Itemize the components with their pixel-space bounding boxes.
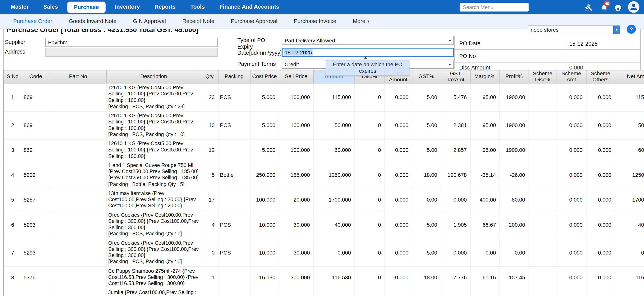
cell-margin-pct: -400.00 (470, 189, 500, 211)
tab-goods-inward-note[interactable]: Goods Inward Note (60, 14, 125, 29)
supplier-value: Pavithra (48, 39, 68, 46)
header-net-amt[interactable]: Net Amt (615, 70, 644, 83)
chevron-down-icon: ▾ (449, 38, 451, 43)
header-scheme-disc-pct[interactable]: Scheme Disc% (528, 70, 556, 83)
table-row[interactable]: 85376Cc Puppy Shampoo 275ml -274 {Prev C… (4, 267, 644, 288)
cell-net-amt: 1700.000 (615, 189, 644, 211)
table-row[interactable]: 65293Oreo Cookies {Prev Cost100.00,Prev … (4, 211, 644, 239)
header-margin-pct[interactable]: Margin% (470, 70, 500, 83)
cell-margin-pct: -35.14 (470, 161, 500, 189)
cell-gst-pct: 5.00 (412, 239, 441, 267)
cell-part-no (50, 111, 106, 139)
help-icon[interactable]: ? (627, 25, 636, 34)
cell-qty: 12 (201, 139, 218, 161)
gavel-icon[interactable] (584, 3, 593, 12)
cell-sell-price: 300.000 (279, 267, 314, 288)
topnav-item-tools[interactable]: Tools (183, 0, 212, 14)
search-menu-input[interactable] (459, 3, 529, 12)
cell-gst-taxamt: 5.476 (441, 83, 470, 111)
cell-packing: PCS (218, 83, 250, 111)
cell-profit-pct: 0.00 (500, 239, 528, 267)
cell-cost-price: 250.000 (250, 161, 279, 189)
header-sno[interactable]: S.No (4, 70, 22, 83)
header-qty[interactable]: Qty (201, 70, 218, 83)
header-gst-taxamt[interactable]: GST TaxAmt (441, 70, 470, 83)
header-packing[interactable]: Packing (218, 70, 250, 83)
topnav-item-purchase[interactable]: Purchase (67, 2, 106, 13)
cell-scheme-disc-pct (528, 239, 556, 267)
cell-packing (218, 189, 250, 211)
cell-sell-price: 30.000 (279, 211, 314, 239)
cell-sell-price: 100.000 (279, 83, 314, 111)
cell-code: 869 (22, 83, 50, 111)
store-selector[interactable]: neee stores ▼ (528, 26, 620, 34)
tab-purchase-approval[interactable]: Purchase Approval (222, 14, 286, 29)
cell-qty: 23 (201, 83, 218, 111)
table-row[interactable]: 95402Jumka {Prev Cost100.00,Prev Selling… (4, 288, 644, 296)
cell-part-no (50, 189, 106, 211)
header-cost-price[interactable]: Cost Price (250, 70, 279, 83)
cell-disc-pct: 0 (354, 111, 384, 139)
topnav-item-reports[interactable]: Reports (147, 0, 183, 14)
top-nav-bar: Master Sales Purchase Inventory Reports … (0, 0, 644, 14)
tab-more[interactable]: More ▾ (344, 14, 378, 29)
store-selector-value[interactable]: neee stores (528, 26, 613, 34)
cell-scheme-amt: 0.000 (556, 211, 586, 239)
header-scheme-others[interactable]: Scheme Others (586, 70, 615, 83)
table-row[interactable]: 75293Oreo Cookies {Prev Cost100.00,Prev … (4, 239, 644, 267)
table-row[interactable]: 5525713th may itemwise {Prev Cost100.00,… (4, 189, 644, 211)
table-row[interactable]: 286912610 1 KG {Prev Cost5.00,Prev Selli… (4, 111, 644, 139)
cell-scheme-amt: 0.000 (556, 161, 586, 189)
supplier-input[interactable]: Pavithra (45, 38, 218, 47)
header-description[interactable]: Description (106, 70, 201, 83)
tab-purchase-order[interactable]: Purchase Order (5, 14, 60, 29)
topnav-item-finance-and-accounts[interactable]: Finance And Accounts (212, 0, 286, 14)
topnav-item-inventory[interactable]: Inventory (108, 0, 147, 14)
cell-qty: 0 (201, 239, 218, 267)
header-sell-price[interactable]: Sell Price (279, 70, 314, 83)
tab-purchase-invoice[interactable]: Purchase Invoice (286, 14, 344, 29)
cell-code: 5402 (22, 288, 50, 296)
tab-receipt-note[interactable]: Receipt Note (174, 14, 222, 29)
cell-code: 5376 (22, 267, 50, 288)
address-input[interactable] (45, 48, 218, 57)
cell-amount: 116.530 (314, 267, 354, 288)
header-profit-pct[interactable]: Profit% (500, 70, 528, 83)
cell-gst-taxamt: 17.776 (441, 267, 470, 288)
table-row[interactable]: 186912610 1 KG {Prev Cost5.00,Prev Selli… (4, 83, 644, 111)
table-row[interactable]: 386912610 1 KG {Prev Cost5.00,Prev Selli… (4, 139, 644, 161)
cell-scheme-others: 0.000 (586, 211, 615, 239)
cell-packing (218, 267, 250, 288)
header-gst-pct[interactable]: GST% (412, 70, 441, 83)
cell-scheme-amt: 0.000 (556, 189, 586, 211)
cell-disc-pct: 0 (354, 161, 384, 189)
cell-cost-price: 5.000 (250, 83, 279, 111)
table-row[interactable]: 452021 and 1 Special Cuvee Rouge 750 Ml … (4, 161, 644, 189)
cell-description: 1 and 1 Special Cuvee Rouge 750 Ml {Prev… (106, 161, 201, 189)
printer-icon[interactable] (614, 3, 622, 12)
divider (454, 36, 455, 69)
cell-sno: 3 (4, 139, 22, 161)
expiry-date-input[interactable]: 18-12-2025 (282, 48, 454, 57)
topnav-item-sales[interactable]: Sales (36, 0, 65, 14)
cell-margin-pct: 0.00 (470, 239, 500, 267)
tab-gin-approval[interactable]: GIN Approval (125, 14, 174, 29)
cell-net-amt: 40.000 (615, 211, 644, 239)
cell-cost-price: 10.000 (250, 211, 279, 239)
type-of-po-select[interactable]: Part Delivery Allowed ▾ (282, 36, 454, 45)
cell-disc-amount: 0.000 (384, 288, 412, 296)
cell-amount: 1250.000 (314, 161, 354, 189)
cell-gst-taxamt: 0.000 (441, 189, 470, 211)
header-scheme-amt[interactable]: Scheme Amt (556, 70, 586, 83)
avatar[interactable] (628, 1, 640, 13)
cell-scheme-others: 0.000 (586, 239, 615, 267)
cell-scheme-others: 0.000 (586, 83, 615, 111)
header-code[interactable]: Code (22, 70, 50, 83)
cell-amount: 0.000 (314, 239, 354, 267)
cell-disc-amount: 0.000 (384, 83, 412, 111)
cell-disc-pct: 0 (354, 211, 384, 239)
store-dropdown-button[interactable]: ▼ (613, 26, 620, 34)
tooltip-caret-icon: ▲ (364, 55, 368, 60)
header-part-no[interactable]: Part No (50, 70, 106, 83)
topnav-item-master[interactable]: Master (3, 0, 36, 14)
